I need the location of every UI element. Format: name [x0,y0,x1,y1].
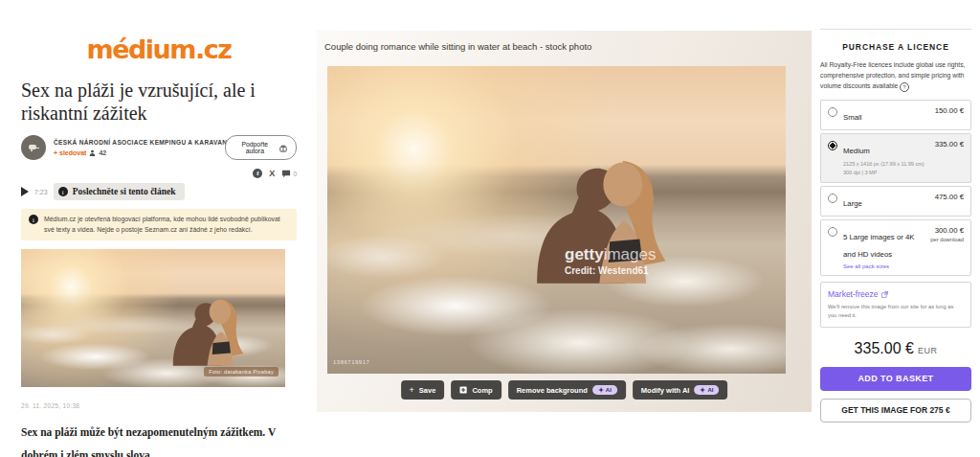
market-freeze-description: We'll remove this image from our site fo… [828,303,964,319]
option-label: 5 Large images or 4K and HD videos [843,233,915,259]
market-freeze-label: Market-freeze [828,289,878,299]
facebook-icon[interactable]: f [253,169,262,178]
licence-option-medium[interactable]: Medium 2125 x 1416 px (17.99 x 11.99 cm)… [820,133,971,183]
total-price: 335.00 €EUR [820,340,971,357]
support-author-button[interactable]: Podpořte autora [225,135,297,160]
save-button[interactable]: + Save [401,380,445,400]
see-all-pack-sizes-link[interactable]: See all pack sizes [843,263,918,269]
licence-option-large[interactable]: Large 475.00 € [820,186,971,217]
site-logo[interactable]: médium.cz [21,34,297,64]
purchase-description-text: All Royalty-Free licences include global… [820,61,966,89]
radio-small[interactable] [828,107,837,117]
stock-photo[interactable]: gettyimages Credit: Westend61 1386719917 [327,66,786,374]
remove-background-label: Remove background [517,386,588,395]
support-author-label: Podpořte autora [234,141,276,154]
watermark-credit: Credit: Westend61 [565,265,656,276]
comp-label: Comp [472,386,492,395]
licence-option-pack[interactable]: 5 Large images or 4K and HD videos See a… [820,219,971,276]
author-avatar[interactable] [21,135,46,160]
option-price: 335.00 € [935,140,964,149]
audio-duration: 7:23 [34,189,48,195]
ai-badge: AI [694,385,719,395]
remove-background-button[interactable]: Remove background AI [508,380,626,400]
modify-with-ai-label: Modify with AI [641,386,690,395]
total-currency: EUR [918,346,938,355]
gift-icon [279,144,287,152]
audio-info-icon: i [58,187,68,196]
save-label: Save [419,386,436,395]
option-price: 150.00 € [935,106,964,115]
follow-link[interactable]: + sledovat [54,149,86,156]
viewer-toolbar: + Save Comp Remove background AI [401,380,728,400]
option-price: 300.00 € per download [930,226,964,242]
help-icon[interactable]: ? [900,82,909,92]
purchase-panel: PURCHASE A LICENCE All Royalty-Free lice… [812,0,980,457]
publish-date: 29. 11. 2025, 10:38 [21,402,297,409]
comp-button[interactable]: Comp [451,380,501,400]
photo-credit: Foto: databanka Pixabay [204,367,278,377]
social-share-row: f X 0 [21,169,297,178]
person-icon [89,149,96,156]
followers-count: 42 [99,149,106,156]
image-id: 1386719917 [333,359,369,365]
option-dpi: 300 dpi | 3 MP [843,169,924,177]
author-name[interactable]: ČESKÁ NÁRODNÍ ASOCIACE KEMPINGU A KARAVA… [54,139,225,146]
notice-text: Médium.cz je otevřená blogovací platform… [44,215,289,235]
purchase-description: All Royalty-Free licences include global… [820,60,971,92]
author-row: ČESKÁ NÁRODNÍ ASOCIACE KEMPINGU A KARAVA… [21,135,297,160]
x-twitter-icon[interactable]: X [269,170,275,178]
radio-medium[interactable] [828,141,837,150]
purchase-title: PURCHASE A LICENCE [820,42,971,52]
licence-option-small[interactable]: Small 150.00 € [820,100,971,130]
option-price: 475.00 € [935,193,964,201]
market-freeze-box: Market-freeze We'll remove this image fr… [820,282,971,327]
sparkle-icon [700,387,705,393]
add-to-basket-button[interactable]: ADD TO BASKET [820,367,971,391]
market-freeze-link[interactable]: Market-freeze [828,289,964,299]
option-label: Large [843,199,862,208]
licence-options: Small 150.00 € Medium 2125 x 1416 px (17… [820,100,971,327]
option-size: 2125 x 1416 px (17.99 x 11.99 cm) [843,160,924,169]
couple-silhouette [159,287,258,366]
getty-watermark: gettyimages Credit: Westend61 [565,246,656,276]
stock-photo-viewer: Couple doing romance while sitting in wa… [317,31,812,412]
watermark-brand-light: images [604,245,657,263]
follow-row: + sledovat 42 [54,149,225,156]
comp-icon [459,386,467,394]
radio-pack[interactable] [828,227,837,237]
audio-player-row: 7:23 i Poslechněte si tento článek [21,183,297,200]
caravan-icon [27,141,40,154]
article-photo: Foto: databanka Pixabay [21,249,285,387]
notice-info-icon: i [29,215,38,224]
comments-count: 0 [293,171,297,177]
watermark-brand-bold: getty [565,245,604,263]
article-title: Sex na pláži je vzrušující, ale i riskan… [21,80,283,125]
external-link-icon [881,291,888,298]
author-meta: ČESKÁ NÁRODNÍ ASOCIACE KEMPINGU A KARAVA… [54,139,225,156]
play-icon[interactable] [21,187,29,196]
stock-photo-caption: Couple doing romance while sitting in wa… [324,41,591,52]
total-amount: 335.00 € [855,340,914,356]
get-this-image-button[interactable]: GET THIS IMAGE FOR 275 € [820,399,971,423]
comments-button[interactable]: 0 [281,170,297,178]
option-label: Small [843,113,862,122]
screenshot-canvas: médium.cz Sex na pláži je vzrušující, al… [0,0,980,457]
pack-price-note: per download [930,237,964,242]
option-label: Medium [843,147,870,155]
listen-article-button[interactable]: i Poslechněte si tento článek [54,183,185,200]
plus-icon: + [410,385,414,395]
pack-price: 300.00 € [930,226,964,235]
platform-notice: i Médium.cz je otevřená blogovací platfo… [21,209,297,240]
listen-label: Poslechněte si tento článek [73,187,176,196]
sparkle-icon [598,387,604,393]
radio-large[interactable] [828,194,837,203]
comment-icon [281,170,291,178]
modify-with-ai-button[interactable]: Modify with AI AI [633,380,728,400]
ai-badge: AI [592,385,617,395]
panel-divider [820,29,971,30]
ai-badge-label: AI [606,387,612,393]
ai-badge-label: AI [707,387,713,393]
article-panel: médium.cz Sex na pláži je vzrušující, al… [21,0,297,457]
article-lead: Sex na pláži může být nezapomenutelným z… [21,421,297,457]
